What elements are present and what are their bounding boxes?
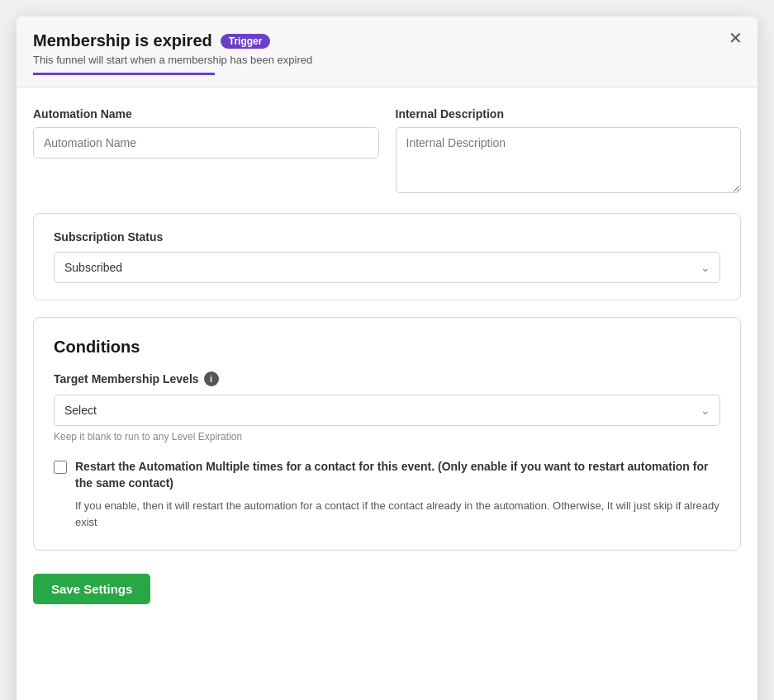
restart-automation-description: If you enable, then it will restart the … [75, 498, 720, 530]
target-membership-select-wrapper: Select ⌄ [54, 395, 720, 426]
restart-automation-label: Restart the Automation Multiple times fo… [75, 459, 720, 491]
close-button[interactable]: ✕ [729, 30, 743, 46]
subscription-status-card: Subscription Status Subscribed Unsubscri… [33, 213, 741, 300]
modal-container: Membership is expired Trigger This funne… [17, 17, 757, 700]
restart-automation-label-group: Restart the Automation Multiple times fo… [75, 459, 720, 530]
target-membership-label-text: Target Membership Levels [54, 372, 199, 385]
modal-header: Membership is expired Trigger This funne… [17, 17, 757, 88]
subscription-status-label: Subscription Status [54, 230, 720, 244]
header-subtitle: This funnel will start when a membership… [33, 54, 741, 66]
automation-name-group: Automation Name [33, 107, 379, 193]
header-title-row: Membership is expired Trigger [33, 31, 741, 50]
modal-body: Automation Name Internal Description Sub… [17, 88, 757, 624]
automation-name-input[interactable] [33, 127, 379, 158]
purple-underline [33, 73, 215, 75]
internal-description-group: Internal Description [396, 107, 742, 193]
automation-name-label: Automation Name [33, 107, 379, 121]
target-membership-hint: Keep it blank to run to any Level Expira… [54, 431, 720, 442]
info-icon[interactable]: i [204, 371, 219, 386]
restart-automation-checkbox[interactable] [54, 461, 67, 474]
conditions-title: Conditions [54, 338, 720, 357]
conditions-card: Conditions Target Membership Levels i Se… [33, 317, 741, 551]
subscription-status-select[interactable]: Subscribed Unsubscribed All [54, 252, 720, 283]
target-membership-select[interactable]: Select [54, 395, 720, 426]
internal-description-label: Internal Description [396, 107, 742, 121]
subscription-select-wrapper: Subscribed Unsubscribed All ⌄ [54, 252, 720, 283]
modal-title: Membership is expired [33, 31, 212, 50]
target-membership-label: Target Membership Levels i [54, 371, 720, 386]
internal-description-input[interactable] [396, 127, 742, 193]
trigger-badge: Trigger [221, 34, 271, 49]
save-settings-button[interactable]: Save Settings [33, 574, 150, 604]
name-description-row: Automation Name Internal Description [33, 107, 741, 193]
restart-automation-row: Restart the Automation Multiple times fo… [54, 459, 720, 530]
